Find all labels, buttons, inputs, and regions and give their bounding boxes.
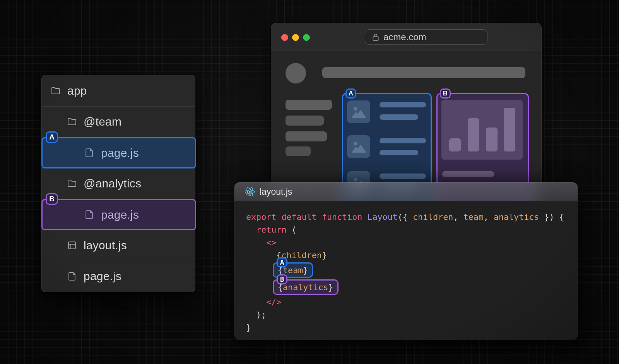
layout-icon: [67, 241, 77, 250]
code-line: <>: [246, 236, 574, 249]
skeleton-nav-bar: [286, 116, 324, 126]
skeleton-nav-bar: [286, 131, 327, 141]
code-line: return (: [246, 223, 574, 236]
zoom-button[interactable]: [303, 34, 310, 41]
image-placeholder: [347, 100, 370, 123]
slot-a-badge: A: [46, 131, 58, 143]
tree-label: page.js: [84, 270, 121, 283]
minimize-button[interactable]: [292, 34, 299, 41]
address-bar[interactable]: acme.com: [365, 29, 487, 45]
tree-label: page.js: [101, 208, 139, 221]
tree-row-team-page-highlight-a[interactable]: page.js: [41, 137, 196, 168]
slot-b-badge: B: [46, 193, 58, 205]
close-button[interactable]: [281, 34, 288, 41]
code-line: export default function Layout({ childre…: [246, 211, 574, 223]
code-line: {children}: [246, 249, 574, 262]
avatar: [286, 63, 306, 83]
folder-icon: [67, 117, 77, 126]
code-line: {team} A: [246, 262, 574, 279]
tree-label: layout.js: [84, 239, 127, 252]
tree-row-app[interactable]: app: [42, 75, 195, 106]
text-placeholder: [380, 138, 426, 143]
slot-b-badge: B: [277, 274, 287, 284]
file-icon: [84, 148, 94, 158]
tree-row-analytics[interactable]: @analytics: [42, 168, 195, 199]
tree-label: page.js: [101, 146, 139, 160]
text-placeholder: [380, 173, 426, 179]
canvas: app @team page.js A @analytics page.: [0, 0, 619, 364]
tree-label: @analytics: [84, 177, 141, 190]
text-placeholder: [380, 150, 418, 155]
text-placeholder: [380, 114, 418, 120]
text-placeholder: [380, 102, 426, 107]
folder-icon: [67, 179, 77, 188]
lock-icon: [372, 33, 380, 41]
chart-bar: [504, 108, 515, 151]
code-line: {analytics} B: [246, 279, 574, 296]
file-icon: [84, 210, 94, 219]
file-tree-panel: app @team page.js A @analytics page.: [41, 75, 195, 292]
skeleton-nav-bar: [286, 146, 311, 156]
bar-chart-placeholder: [441, 100, 523, 160]
code-line: }: [246, 321, 574, 334]
code-line: );: [246, 308, 574, 321]
code-editor-titlebar: layout.js: [234, 182, 578, 201]
slot-a-badge: A: [277, 257, 287, 267]
chart-bar: [449, 138, 461, 151]
tree-row-page[interactable]: page.js: [42, 261, 195, 292]
tree-row-analytics-page-highlight-b[interactable]: page.js: [41, 199, 196, 230]
file-icon: [67, 272, 77, 281]
code-block: export default function Layout({ childre…: [246, 201, 574, 339]
code-line: </>: [246, 296, 574, 308]
tree-row-team[interactable]: @team: [42, 106, 195, 137]
slot-b-badge: B: [440, 88, 451, 99]
chart-bar: [468, 118, 479, 151]
tree-label: @team: [84, 115, 121, 128]
folder-icon: [51, 86, 60, 95]
text-placeholder: [442, 171, 494, 177]
react-icon: [245, 187, 255, 197]
tree-label: app: [67, 84, 87, 97]
browser-titlebar: acme.com: [271, 23, 541, 51]
code-editor-panel: layout.js export default function Layout…: [234, 182, 578, 340]
chart-bar: [486, 128, 498, 151]
url-text: acme.com: [383, 32, 426, 43]
code-filename: layout.js: [260, 187, 292, 197]
image-placeholder: [347, 135, 370, 158]
skeleton-header-bar: [322, 67, 525, 78]
slot-a-badge: A: [345, 88, 356, 99]
skeleton-nav-bar: [286, 100, 332, 110]
tree-row-layout[interactable]: layout.js: [42, 230, 195, 261]
